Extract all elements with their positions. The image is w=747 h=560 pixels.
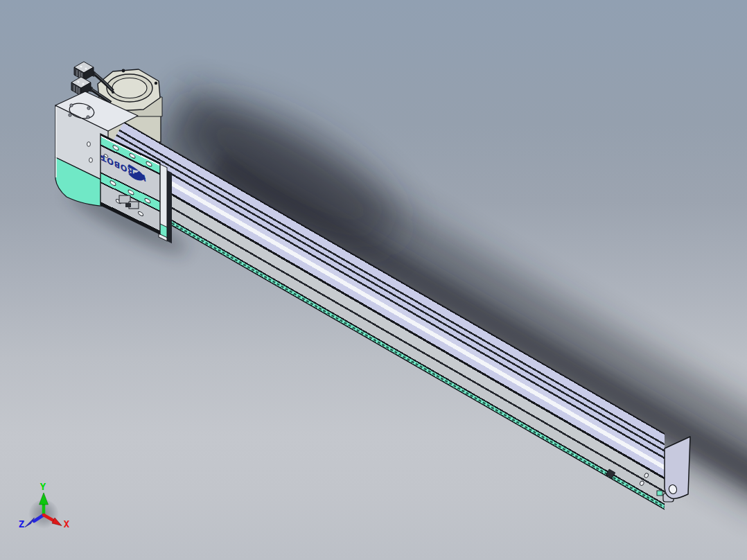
rail-clip-wrap [91, 122, 724, 525]
connector-pin [80, 66, 82, 68]
x-axis-label: X [64, 518, 70, 530]
motor-screw [155, 82, 157, 85]
motor-screw [122, 69, 125, 73]
flange-hole [70, 104, 73, 107]
cable-connector-upper[interactable] [74, 62, 96, 80]
connector-pin [85, 68, 87, 70]
block-face-hole [89, 158, 93, 163]
model-canvas: W-ROBOT Y Z X [0, 0, 747, 560]
y-axis-label: Y [40, 481, 46, 492]
carriage-tab-slot [125, 203, 131, 207]
flange-hole [69, 114, 71, 116]
flange-hole [87, 107, 90, 110]
connector-pin [78, 81, 80, 83]
z-axis-label: Z [19, 518, 24, 530]
carriage-shadow-sliver [167, 170, 172, 243]
end-cap-teal-nub [657, 491, 662, 496]
rail-body [91, 122, 724, 525]
axis-triad: Y Z X [19, 481, 70, 530]
motor-cap-disc [112, 78, 147, 98]
rail-extrusion[interactable] [91, 122, 724, 525]
block-face-hole [87, 142, 91, 147]
y-axis-arrow-icon [39, 493, 49, 505]
flange-hole [87, 116, 89, 119]
connector-pin [82, 83, 85, 85]
cad-viewport[interactable]: W-ROBOT Y Z X [0, 0, 747, 560]
